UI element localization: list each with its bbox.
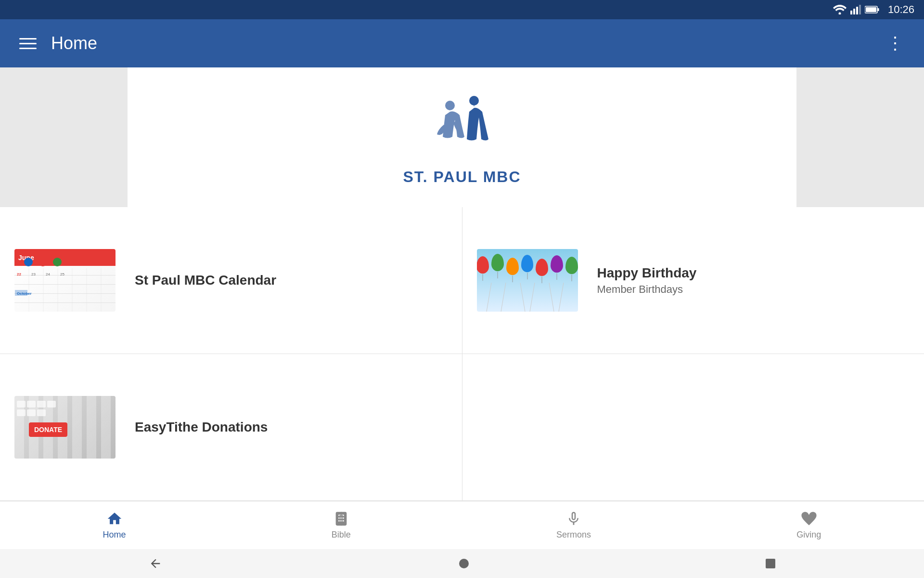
status-bar: 10:26 bbox=[0, 0, 924, 19]
org-name: ST. PAUL MBC bbox=[403, 168, 521, 186]
app-bar-title: Home bbox=[51, 33, 97, 53]
nav-home[interactable]: Home bbox=[84, 506, 145, 545]
balloons-image bbox=[477, 249, 578, 312]
svg-rect-6 bbox=[877, 8, 879, 11]
signal-icon bbox=[850, 5, 861, 14]
nav-sermons[interactable]: Sermons bbox=[537, 506, 610, 545]
calendar-title: St Paul MBC Calendar bbox=[135, 273, 276, 288]
svg-point-8 bbox=[445, 101, 455, 110]
nav-giving[interactable]: Giving bbox=[777, 506, 840, 545]
empty-menu-item bbox=[462, 354, 924, 500]
svg-rect-24 bbox=[37, 401, 46, 407]
svg-rect-26 bbox=[17, 409, 26, 416]
mic-icon bbox=[565, 511, 582, 527]
svg-rect-25 bbox=[47, 401, 56, 407]
svg-rect-28 bbox=[37, 409, 46, 416]
church-logo bbox=[424, 89, 500, 166]
donations-title: EasyTithe Donations bbox=[135, 420, 268, 435]
svg-rect-1 bbox=[850, 11, 852, 14]
battery-icon bbox=[865, 6, 879, 13]
home-icon bbox=[106, 511, 123, 527]
calendar-text: St Paul MBC Calendar bbox=[135, 273, 276, 288]
menu-row-1: June 22 bbox=[0, 207, 924, 354]
recents-button[interactable] bbox=[766, 559, 775, 568]
svg-rect-4 bbox=[859, 5, 861, 14]
nav-bible[interactable]: Bible bbox=[312, 506, 370, 545]
birthday-text: Happy Birthday Member Birthdays bbox=[597, 265, 697, 296]
calendar-image: June 22 bbox=[14, 249, 116, 312]
svg-rect-27 bbox=[27, 409, 36, 416]
donations-text: EasyTithe Donations bbox=[135, 420, 268, 435]
giving-icon bbox=[801, 511, 817, 527]
calendar-menu-item[interactable]: June 22 bbox=[0, 207, 462, 354]
bottom-nav: Home Bible Sermons Giving bbox=[0, 501, 924, 549]
status-icons: 10:26 bbox=[833, 3, 914, 16]
birthday-subtitle: Member Birthdays bbox=[597, 283, 697, 296]
donate-image: DONATE bbox=[14, 396, 116, 459]
back-button[interactable] bbox=[149, 557, 162, 570]
svg-text:22: 22 bbox=[17, 272, 21, 276]
system-nav-bar bbox=[0, 549, 924, 578]
svg-point-0 bbox=[838, 13, 841, 15]
status-time: 10:26 bbox=[888, 3, 914, 16]
wifi-icon bbox=[833, 5, 847, 14]
svg-text:25: 25 bbox=[60, 272, 64, 276]
birthday-title: Happy Birthday bbox=[597, 265, 697, 281]
logo-container: ST. PAUL MBC bbox=[403, 89, 521, 186]
nav-giving-label: Giving bbox=[796, 530, 821, 540]
app-bar: Home ⋮ bbox=[0, 19, 924, 67]
hamburger-button[interactable] bbox=[14, 33, 41, 54]
home-button[interactable] bbox=[459, 559, 469, 568]
logo-section: ST. PAUL MBC bbox=[0, 67, 924, 207]
nav-sermons-label: Sermons bbox=[556, 530, 591, 540]
svg-text:24: 24 bbox=[46, 272, 50, 276]
bible-icon bbox=[333, 511, 349, 527]
svg-rect-23 bbox=[27, 401, 36, 407]
svg-text:October: October bbox=[17, 291, 32, 296]
svg-text:23: 23 bbox=[31, 272, 36, 276]
svg-rect-7 bbox=[866, 7, 876, 12]
svg-rect-3 bbox=[856, 7, 858, 14]
birthday-menu-item[interactable]: Happy Birthday Member Birthdays bbox=[462, 207, 924, 354]
svg-text:DONATE: DONATE bbox=[34, 426, 62, 434]
main-content: ST. PAUL MBC June bbox=[0, 67, 924, 501]
donations-menu-item[interactable]: DONATE EasyTithe Donations bbox=[0, 354, 462, 500]
nav-bible-label: Bible bbox=[332, 530, 351, 540]
menu-grid: June 22 bbox=[0, 207, 924, 501]
more-button[interactable]: ⋮ bbox=[882, 28, 910, 58]
svg-rect-2 bbox=[853, 9, 855, 14]
menu-row-2: DONATE EasyTithe Donations bbox=[0, 354, 924, 501]
nav-home-label: Home bbox=[103, 530, 126, 540]
svg-rect-22 bbox=[17, 401, 26, 407]
